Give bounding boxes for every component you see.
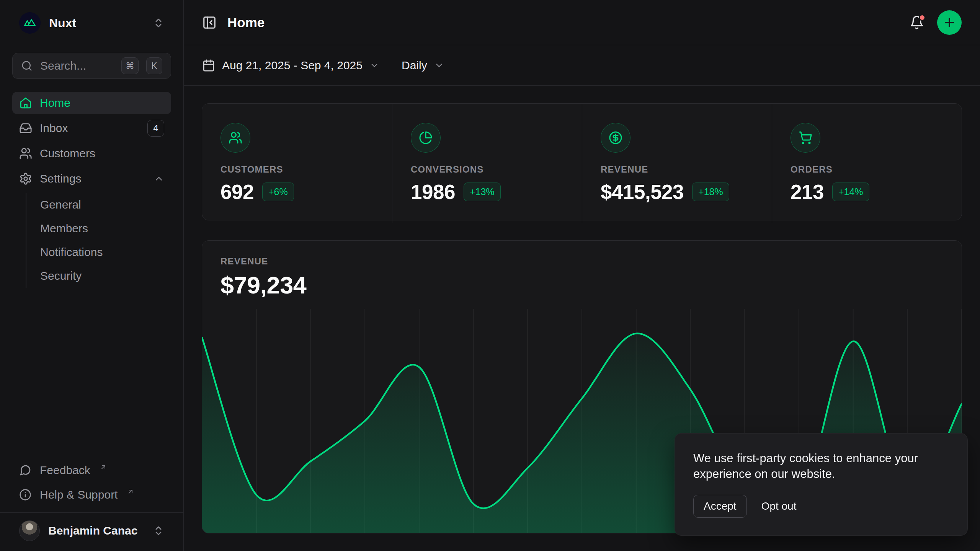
opt-out-button[interactable]: Opt out xyxy=(761,500,797,512)
granularity-select[interactable]: Daily xyxy=(402,59,444,72)
sidebar-item-home[interactable]: Home xyxy=(12,92,171,114)
header-actions xyxy=(910,10,962,35)
add-new-button[interactable] xyxy=(937,10,962,35)
notifications-button[interactable] xyxy=(910,15,924,30)
sidebar-item-settings[interactable]: Settings xyxy=(12,168,171,190)
notification-dot xyxy=(919,14,926,21)
user-menu[interactable]: Benjamin Canac xyxy=(19,520,164,541)
sub-item-label: Notifications xyxy=(40,246,103,259)
sub-item-label: General xyxy=(40,198,81,211)
stat-icon-circle xyxy=(220,123,250,153)
stats-summary-card: CUSTOMERS 692 +6% CONVERSIONS 1986 +13% xyxy=(202,103,962,220)
sidebar-item-inbox[interactable]: Inbox 4 xyxy=(12,117,171,139)
stat-value: 213 xyxy=(791,180,824,204)
kbd-k: K xyxy=(146,57,162,74)
stat-label: CUSTOMERS xyxy=(220,164,374,175)
revenue-chart-value: $79,234 xyxy=(220,271,943,299)
workspace-name: Nuxt xyxy=(49,16,144,30)
stat-revenue[interactable]: REVENUE $415,523 +18% xyxy=(582,104,772,223)
sidebar-item-notifications[interactable]: Notifications xyxy=(26,240,171,264)
sidebar-item-customers[interactable]: Customers xyxy=(12,142,171,165)
help-support-link[interactable]: Help & Support xyxy=(12,484,171,505)
pie-chart-icon xyxy=(419,131,433,145)
users-icon xyxy=(19,147,32,160)
dollar-circle-icon xyxy=(609,131,622,145)
stat-icon-circle xyxy=(601,123,630,153)
chevron-up-icon xyxy=(154,173,164,184)
external-link-arrow-icon xyxy=(100,463,107,471)
sidebar-item-security[interactable]: Security xyxy=(26,264,171,288)
user-avatar xyxy=(19,520,40,541)
stat-value: 692 xyxy=(220,180,254,204)
sidebar-nav: Home Inbox 4 Customers xyxy=(12,92,171,288)
plus-icon xyxy=(942,16,956,29)
sidebar-spacer xyxy=(12,288,171,460)
accept-cookies-button[interactable]: Accept xyxy=(693,495,747,518)
stat-icon-circle xyxy=(411,123,441,153)
kbd-cmd: ⌘ xyxy=(121,57,139,74)
inbox-icon xyxy=(19,122,32,135)
revenue-chart-header: REVENUE $79,234 xyxy=(202,241,962,299)
stat-value: $415,523 xyxy=(601,180,684,204)
users-icon xyxy=(229,131,242,145)
inbox-count-badge: 4 xyxy=(147,120,164,137)
house-icon xyxy=(19,96,32,109)
sidebar-item-label: Home xyxy=(40,96,70,109)
stat-customers[interactable]: CUSTOMERS 692 +6% xyxy=(202,104,392,223)
filters-toolbar: Aug 21, 2025 - Sep 4, 2025 Daily xyxy=(184,45,980,86)
stat-conversions[interactable]: CONVERSIONS 1986 +13% xyxy=(392,104,582,223)
sidebar-item-label: Inbox xyxy=(40,122,68,135)
chevrons-up-down-icon xyxy=(153,17,164,29)
sidebar: Nuxt Search... ⌘ K Home Inbox 4 xyxy=(0,0,184,551)
sub-item-label: Security xyxy=(40,269,82,282)
shopping-cart-icon xyxy=(799,131,812,145)
workspace-switcher[interactable]: Nuxt xyxy=(12,11,171,35)
stat-label: ORDERS xyxy=(791,164,943,175)
message-bubble-icon xyxy=(19,464,31,476)
feedback-label: Feedback xyxy=(40,464,90,477)
revenue-chart-label: REVENUE xyxy=(220,256,943,267)
external-link-arrow-icon xyxy=(127,488,134,496)
nuxt-logo xyxy=(19,12,41,34)
collapse-sidebar-icon[interactable] xyxy=(202,15,217,30)
help-support-label: Help & Support xyxy=(40,488,118,501)
page-header: Home xyxy=(184,0,980,45)
cookie-actions: Accept Opt out xyxy=(693,495,949,518)
sidebar-item-general[interactable]: General xyxy=(26,193,171,217)
stat-label: REVENUE xyxy=(601,164,753,175)
cookie-consent-banner: We use first-party cookies to enhance yo… xyxy=(675,433,968,536)
date-range-label: Aug 21, 2025 - Sep 4, 2025 xyxy=(222,59,363,72)
cookie-message: We use first-party cookies to enhance yo… xyxy=(693,450,923,482)
sidebar-item-label: Customers xyxy=(40,147,95,160)
search-icon xyxy=(21,60,33,72)
stat-delta-badge: +14% xyxy=(832,183,869,201)
chevron-down-icon xyxy=(369,60,379,70)
settings-sub-list: General Members Notifications Security xyxy=(26,193,171,288)
sub-item-label: Members xyxy=(40,222,88,235)
chevron-down-icon xyxy=(434,60,444,70)
stat-value: 1986 xyxy=(411,180,455,204)
stat-label: CONVERSIONS xyxy=(411,164,564,175)
dashboard-app: { "sidebar": { "brand": "Nuxt", "search"… xyxy=(0,0,980,551)
date-range-picker[interactable]: Aug 21, 2025 - Sep 4, 2025 xyxy=(202,59,379,72)
granularity-label: Daily xyxy=(402,59,427,72)
sidebar-item-label: Settings xyxy=(40,172,81,185)
chevrons-up-down-icon xyxy=(153,525,164,536)
stat-delta-badge: +6% xyxy=(262,183,294,201)
stat-delta-badge: +18% xyxy=(692,183,729,201)
stat-delta-badge: +13% xyxy=(464,183,501,201)
search-placeholder: Search... xyxy=(40,59,114,72)
gear-icon xyxy=(19,172,32,185)
calendar-icon xyxy=(202,59,215,72)
sidebar-item-members[interactable]: Members xyxy=(26,217,171,240)
sidebar-footer-links: Feedback Help & Support xyxy=(12,460,171,512)
stat-icon-circle xyxy=(791,123,820,153)
search-input[interactable]: Search... ⌘ K xyxy=(12,53,171,79)
info-circle-icon xyxy=(19,489,31,501)
user-name: Benjamin Canac xyxy=(48,524,144,537)
feedback-link[interactable]: Feedback xyxy=(12,460,171,481)
page-title: Home xyxy=(227,15,265,30)
stat-orders[interactable]: ORDERS 213 +14% xyxy=(772,104,962,223)
user-section: Benjamin Canac xyxy=(0,512,183,551)
nuxt-mountains-icon xyxy=(24,17,36,29)
